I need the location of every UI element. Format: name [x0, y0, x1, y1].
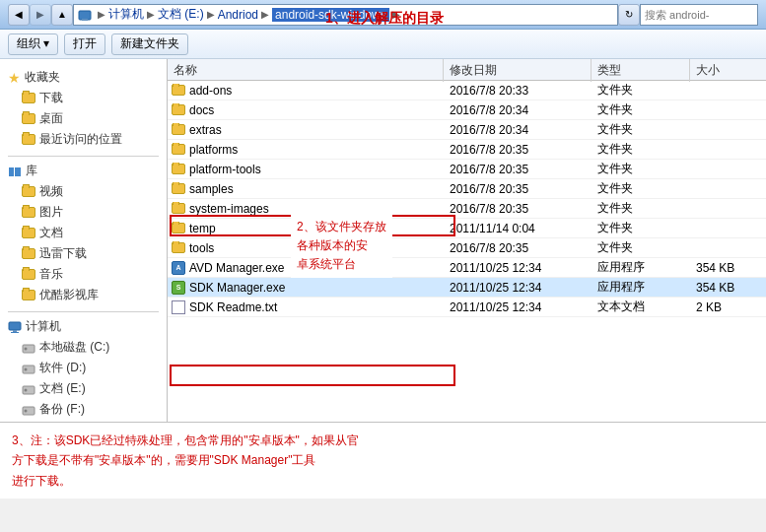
file-size: 354 KB	[690, 261, 766, 275]
folder-icon	[22, 134, 35, 145]
file-name: SDK Readme.txt	[168, 300, 444, 314]
table-row[interactable]: add-ons 2016/7/8 20:33 文件夹	[168, 81, 766, 100]
folder-icon	[22, 207, 35, 218]
folder-icon	[172, 183, 185, 194]
svg-point-14	[25, 409, 28, 412]
sidebar-item-drive-d[interactable]: 软件 (D:)	[0, 358, 167, 378]
col-type[interactable]: 类型	[592, 59, 690, 82]
table-row[interactable]: AAVD Manager.exe 2011/10/25 12:34 应用程序 3…	[168, 258, 766, 278]
folder-icon	[22, 248, 35, 259]
file-name: system-images	[168, 202, 444, 216]
computer-header[interactable]: 计算机	[0, 316, 167, 337]
col-date[interactable]: 修改日期	[444, 59, 592, 82]
folder-icon	[172, 223, 185, 233]
up-button[interactable]: ▲	[51, 4, 73, 26]
file-date: 2016/7/8 20:33	[444, 84, 592, 98]
search-input[interactable]	[640, 4, 758, 26]
folder-icon	[22, 186, 35, 197]
library-section: 库 视频 图片 文档 迅雷下载	[0, 161, 167, 305]
folder-icon	[172, 144, 185, 155]
file-name: extras	[168, 123, 444, 137]
folder-icon	[172, 104, 185, 115]
table-row[interactable]: tools 2016/7/8 20:35 文件夹	[168, 238, 766, 258]
file-type: 文件夹	[592, 101, 690, 118]
path-computer	[78, 8, 95, 22]
sidebar-item-youku[interactable]: 优酷影视库	[0, 285, 167, 305]
folder-icon	[172, 85, 185, 96]
col-size[interactable]: 大小	[690, 59, 766, 82]
folder-icon	[22, 228, 35, 238]
sidebar-item-download[interactable]: 下载	[0, 88, 167, 108]
file-date: 2016/7/8 20:34	[444, 103, 592, 117]
computer-icon	[8, 320, 22, 334]
file-name: SSDK Manager.exe	[168, 281, 444, 295]
new-folder-button[interactable]: 新建文件夹	[111, 33, 188, 55]
table-row[interactable]: SSDK Manager.exe 2011/10/25 12:34 应用程序 3…	[168, 278, 766, 298]
txt-icon	[172, 300, 185, 314]
library-header[interactable]: 库	[0, 161, 167, 181]
file-type: 文件夹	[592, 82, 690, 99]
sidebar-item-image[interactable]: 图片	[0, 202, 167, 223]
folder-icon	[172, 164, 185, 174]
sidebar-item-recent[interactable]: 最近访问的位置	[0, 129, 167, 150]
open-button[interactable]: 打开	[64, 33, 105, 55]
table-row[interactable]: docs 2016/7/8 20:34 文件夹	[168, 100, 766, 120]
drive-icon	[22, 362, 35, 375]
refresh-button[interactable]: ↻	[618, 4, 640, 26]
sidebar-item-drive-c[interactable]: 本地磁盘 (C:)	[0, 337, 167, 358]
file-type: 文本文档	[592, 299, 690, 315]
table-row[interactable]: SDK Readme.txt 2011/10/25 12:34 文本文档 2 K…	[168, 298, 766, 317]
bottom-note: 3、注：该SDK已经过特殊处理，包含常用的"安卓版本"，如果从官 方下载是不带有…	[0, 422, 766, 499]
file-date: 2016/7/8 20:35	[444, 241, 592, 255]
forward-button[interactable]: ▶	[30, 4, 51, 26]
table-row[interactable]: extras 2016/7/8 20:34 文件夹	[168, 120, 766, 140]
file-type: 文件夹	[592, 239, 690, 256]
file-type: 文件夹	[592, 200, 690, 217]
file-date: 2016/7/8 20:35	[444, 182, 592, 196]
back-button[interactable]: ◀	[8, 4, 30, 26]
svg-rect-3	[15, 167, 21, 176]
folder-icon	[22, 269, 35, 280]
sidebar: ★ 收藏夹 下载 桌面 最近访问的位置	[0, 59, 168, 422]
table-row[interactable]: samples 2016/7/8 20:35 文件夹	[168, 179, 766, 199]
star-icon: ★	[8, 70, 21, 86]
svg-rect-2	[9, 167, 14, 176]
table-row[interactable]: temp 2011/11/14 0:04 文件夹	[168, 219, 766, 238]
sidebar-divider-2	[8, 311, 159, 312]
table-row[interactable]: platforms 2016/7/8 20:35 文件夹	[168, 140, 766, 160]
file-date: 2016/7/8 20:35	[444, 202, 592, 216]
sidebar-item-drive-e[interactable]: 文档 (E:)	[0, 378, 167, 399]
file-date: 2011/10/25 12:34	[444, 281, 592, 295]
path-andriod: Andriod	[218, 8, 258, 22]
sidebar-item-desktop[interactable]: 桌面	[0, 108, 167, 129]
file-type: 文件夹	[592, 141, 690, 158]
col-name[interactable]: 名称	[168, 59, 444, 82]
sidebar-item-doc[interactable]: 文档	[0, 223, 167, 243]
sidebar-item-drive-f[interactable]: 备份 (F:)	[0, 399, 167, 420]
file-type: 文件夹	[592, 121, 690, 138]
sdk-icon: S	[172, 281, 185, 295]
organize-button[interactable]: 组织 ▾	[8, 33, 58, 55]
sidebar-item-thunder[interactable]: 迅雷下载	[0, 243, 167, 264]
file-size: 2 KB	[690, 300, 766, 314]
sidebar-item-video[interactable]: 视频	[0, 181, 167, 202]
title-bar: ◀ ▶ ▲ ▶ 计算机 ▶ 文档 (E:) ▶ Andriod ▶ androi…	[0, 0, 766, 30]
svg-rect-4	[9, 322, 21, 330]
drive-icon	[22, 382, 35, 396]
file-name: add-ons	[168, 84, 444, 98]
svg-point-8	[25, 347, 28, 350]
folder-icon	[22, 113, 35, 124]
file-type: 应用程序	[592, 279, 690, 296]
sidebar-item-music[interactable]: 音乐	[0, 264, 167, 285]
favorites-header[interactable]: ★ 收藏夹	[0, 67, 167, 88]
file-name: docs	[168, 103, 444, 117]
toolbar: 组织 ▾ 打开 新建文件夹	[0, 30, 766, 59]
file-date: 2011/10/25 12:34	[444, 300, 592, 314]
folder-icon	[22, 290, 35, 300]
file-size: 354 KB	[690, 281, 766, 295]
table-row[interactable]: platform-tools 2016/7/8 20:35 文件夹	[168, 160, 766, 179]
file-area: 名称 修改日期 类型 大小 add-ons 2016/7/8 20:33 文件夹…	[168, 59, 766, 422]
path-computer-label: 计算机	[108, 6, 144, 23]
table-row[interactable]: system-images 2016/7/8 20:35 文件夹	[168, 199, 766, 219]
path-docs: 文档 (E:)	[158, 6, 204, 23]
